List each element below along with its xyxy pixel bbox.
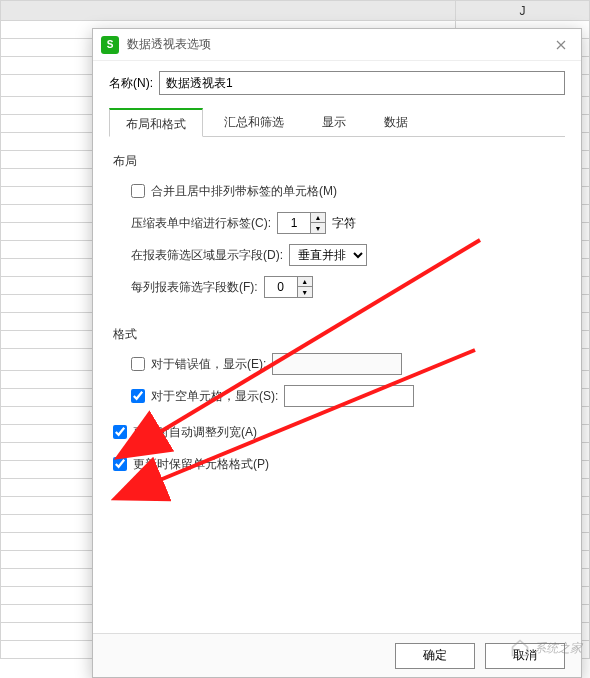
dialog-footer: 确定 取消 xyxy=(93,633,581,677)
dialog-title: 数据透视表选项 xyxy=(127,36,549,53)
col-header: J xyxy=(456,1,590,21)
compact-indent-unit: 字符 xyxy=(332,215,356,232)
empty-show-label: 对于空单元格，显示(S): xyxy=(151,388,278,405)
tab-display[interactable]: 显示 xyxy=(305,107,363,136)
app-icon: S xyxy=(101,36,119,54)
merge-cells-label: 合并且居中排列带标签的单元格(M) xyxy=(151,183,337,200)
format-fieldset: 格式 对于错误值，显示(E): 对于空单元格，显示(S): 更新 xyxy=(113,326,561,485)
empty-show-checkbox[interactable] xyxy=(131,389,145,403)
name-label: 名称(N): xyxy=(109,75,153,92)
watermark: 系统之家 xyxy=(510,638,582,658)
fields-per-col-spinner[interactable]: ▲▼ xyxy=(264,276,313,298)
house-icon xyxy=(510,638,530,658)
filter-area-select[interactable]: 垂直并排 xyxy=(289,244,367,266)
row-header xyxy=(1,1,456,21)
close-icon xyxy=(556,40,566,50)
spin-down-icon[interactable]: ▼ xyxy=(298,287,312,297)
name-input[interactable] xyxy=(159,71,565,95)
close-button[interactable] xyxy=(549,33,573,57)
spin-up-icon[interactable]: ▲ xyxy=(298,277,312,287)
pivot-options-dialog: S 数据透视表选项 名称(N): 布局和格式 汇总和筛选 显示 数据 布局 合并… xyxy=(92,28,582,678)
layout-legend: 布局 xyxy=(113,153,137,170)
compact-indent-label: 压缩表单中缩进行标签(C): xyxy=(131,215,271,232)
ok-button[interactable]: 确定 xyxy=(395,643,475,669)
error-show-label: 对于错误值，显示(E): xyxy=(151,356,266,373)
titlebar: S 数据透视表选项 xyxy=(93,29,581,61)
error-show-checkbox[interactable] xyxy=(131,357,145,371)
tab-data[interactable]: 数据 xyxy=(367,107,425,136)
fields-per-col-label: 每列报表筛选字段数(F): xyxy=(131,279,258,296)
compact-indent-spinner[interactable]: ▲▼ xyxy=(277,212,326,234)
auto-width-checkbox[interactable] xyxy=(113,425,127,439)
auto-width-label: 更新时自动调整列宽(A) xyxy=(133,424,257,441)
preserve-format-checkbox[interactable] xyxy=(113,457,127,471)
filter-area-label: 在报表筛选区域显示字段(D): xyxy=(131,247,283,264)
compact-indent-input[interactable] xyxy=(278,213,310,233)
fields-per-col-input[interactable] xyxy=(265,277,297,297)
spin-up-icon[interactable]: ▲ xyxy=(311,213,325,223)
error-show-input[interactable] xyxy=(272,353,402,375)
tab-layout-format[interactable]: 布局和格式 xyxy=(109,108,203,137)
format-legend: 格式 xyxy=(113,326,137,343)
tab-totals-filters[interactable]: 汇总和筛选 xyxy=(207,107,301,136)
spin-down-icon[interactable]: ▼ xyxy=(311,223,325,233)
tab-bar: 布局和格式 汇总和筛选 显示 数据 xyxy=(109,107,565,137)
layout-fieldset: 布局 合并且居中排列带标签的单元格(M) 压缩表单中缩进行标签(C): ▲▼ 字… xyxy=(113,153,561,308)
merge-cells-checkbox[interactable] xyxy=(131,184,145,198)
preserve-format-label: 更新时保留单元格格式(P) xyxy=(133,456,269,473)
empty-show-input[interactable] xyxy=(284,385,414,407)
